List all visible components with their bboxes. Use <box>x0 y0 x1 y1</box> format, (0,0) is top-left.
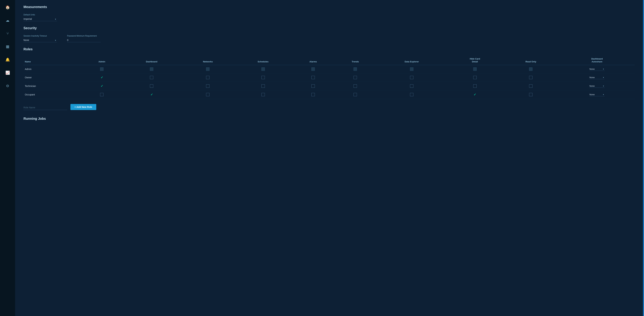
role-name-technician: Technician <box>24 82 82 90</box>
table-row: Admin None <box>24 65 634 73</box>
owner-autoshare-select[interactable]: None <box>590 76 604 79</box>
table-row: Technician ✓ None <box>24 82 634 90</box>
tech-autoshare[interactable]: None <box>559 82 634 90</box>
home-icon[interactable]: 🏠 <box>4 3 12 12</box>
admin-autoshare[interactable]: None <box>559 65 634 73</box>
col-name: Name <box>24 56 82 65</box>
admin-networks-cb[interactable] <box>182 65 234 73</box>
role-name-owner: Owner <box>24 73 82 82</box>
roles-table-header: Name Admin Dashboard Networks Schedules … <box>24 56 634 65</box>
password-min-field: Password Minimum Requirement <box>67 35 100 42</box>
admin-hide-card-cb[interactable] <box>448 65 502 73</box>
add-new-role-button[interactable]: + Add New Role <box>70 104 96 110</box>
security-title: Security <box>24 26 634 31</box>
tech-data-explorer-cb[interactable] <box>376 82 448 90</box>
tech-alarms-cb[interactable] <box>292 82 334 90</box>
main-content: Measurements Default Units Imperial Metr… <box>15 0 643 316</box>
tech-hide-card-cb[interactable] <box>448 82 502 90</box>
owner-hide-card-cb[interactable] <box>448 73 502 82</box>
measurements-title: Measurements <box>24 5 634 10</box>
col-data-explorer: Data Explorer <box>376 56 448 65</box>
admin-data-explorer-cb[interactable] <box>376 65 448 73</box>
occupant-schedules-cb[interactable] <box>234 90 292 99</box>
tech-read-only-cb[interactable] <box>502 82 559 90</box>
role-name-admin: Admin <box>24 65 82 73</box>
admin-dashboard-cb[interactable] <box>122 65 182 73</box>
logout-icon[interactable]: ⊖ <box>4 82 12 90</box>
occupant-alarms-cb[interactable] <box>292 90 334 99</box>
password-min-label: Password Minimum Requirement <box>67 35 100 37</box>
occupant-admin-cb[interactable] <box>82 90 122 99</box>
admin-admin-cb[interactable] <box>82 65 122 73</box>
admin-trends-cb[interactable] <box>334 65 376 73</box>
occupant-autoshare-select[interactable]: None <box>590 93 604 96</box>
table-row: Owner ✓ None <box>24 73 634 82</box>
tech-admin-cb[interactable]: ✓ <box>82 82 122 90</box>
role-name-input[interactable] <box>24 105 67 110</box>
session-inactivity-label: Session Inactivity Timeout <box>24 35 57 37</box>
occupant-dashboard-cb[interactable]: ✓ <box>122 90 182 99</box>
role-name-occupant: Occupant <box>24 90 82 99</box>
tech-trends-cb[interactable] <box>334 82 376 90</box>
owner-autoshare[interactable]: None <box>559 73 634 82</box>
measurements-section: Measurements Default Units Imperial Metr… <box>24 5 634 21</box>
occupant-read-only-cb[interactable] <box>502 90 559 99</box>
fork-icon[interactable]: ⑂ <box>4 30 12 38</box>
tech-networks-cb[interactable] <box>182 82 234 90</box>
security-section: Security Session Inactivity Timeout None… <box>24 26 634 42</box>
right-accent-bar <box>643 0 644 316</box>
owner-dashboard-cb[interactable] <box>122 73 182 82</box>
owner-data-explorer-cb[interactable] <box>376 73 448 82</box>
col-alarms: Alarms <box>292 56 334 65</box>
default-units-label: Default Units <box>24 14 57 16</box>
col-hide-card-detail: Hide CardDetail <box>448 56 502 65</box>
owner-alarms-cb[interactable] <box>292 73 334 82</box>
occupant-networks-cb[interactable] <box>182 90 234 99</box>
col-admin: Admin <box>82 56 122 65</box>
bell-icon[interactable]: 🔔 <box>4 56 12 64</box>
tech-schedules-cb[interactable] <box>234 82 292 90</box>
roles-section: Roles Name Admin Dashboard Networks Sche… <box>24 47 634 110</box>
col-dashboard-autoshare: DashboardAutoshare <box>559 56 634 65</box>
col-trends: Trends <box>334 56 376 65</box>
admin-autoshare-select[interactable]: None <box>590 68 604 71</box>
admin-alarms-cb[interactable] <box>292 65 334 73</box>
roles-title: Roles <box>24 47 634 52</box>
owner-trends-cb[interactable] <box>334 73 376 82</box>
tech-dashboard-cb[interactable] <box>122 82 182 90</box>
password-min-input[interactable] <box>67 38 100 42</box>
session-inactivity-select[interactable]: None 5 minutes 15 minutes 30 minutes 1 h… <box>24 38 57 42</box>
col-schedules: Schedules <box>234 56 292 65</box>
admin-read-only-cb[interactable] <box>502 65 559 73</box>
trend-icon[interactable]: 📈 <box>4 69 12 77</box>
owner-admin-cb[interactable]: ✓ <box>82 73 122 82</box>
running-jobs-title: Running Jobs <box>24 117 634 120</box>
sidebar: 🏠 ☁ ⑂ ▦ 🔔 📈 ⊖ <box>0 0 15 316</box>
add-role-row: + Add New Role <box>24 104 634 110</box>
tech-autoshare-select[interactable]: None <box>590 84 604 88</box>
admin-schedules-cb[interactable] <box>234 65 292 73</box>
owner-schedules-cb[interactable] <box>234 73 292 82</box>
col-read-only: Read Only <box>502 56 559 65</box>
running-jobs-section: Running Jobs <box>24 117 634 120</box>
roles-table: Name Admin Dashboard Networks Schedules … <box>24 56 634 99</box>
occupant-trends-cb[interactable] <box>334 90 376 99</box>
occupant-data-explorer-cb[interactable] <box>376 90 448 99</box>
owner-networks-cb[interactable] <box>182 73 234 82</box>
owner-read-only-cb[interactable] <box>502 73 559 82</box>
calendar-icon[interactable]: ▦ <box>4 42 12 51</box>
cloud-icon[interactable]: ☁ <box>4 16 12 24</box>
col-networks: Networks <box>182 56 234 65</box>
occupant-autoshare[interactable]: None <box>559 90 634 99</box>
occupant-hide-card-cb[interactable]: ✓ <box>448 90 502 99</box>
session-inactivity-field: Session Inactivity Timeout None 5 minute… <box>24 35 57 42</box>
default-units-field: Default Units Imperial Metric <box>24 14 57 21</box>
col-dashboard: Dashboard <box>122 56 182 65</box>
table-row: Occupant ✓ ✓ None <box>24 90 634 99</box>
default-units-select[interactable]: Imperial Metric <box>24 17 57 21</box>
